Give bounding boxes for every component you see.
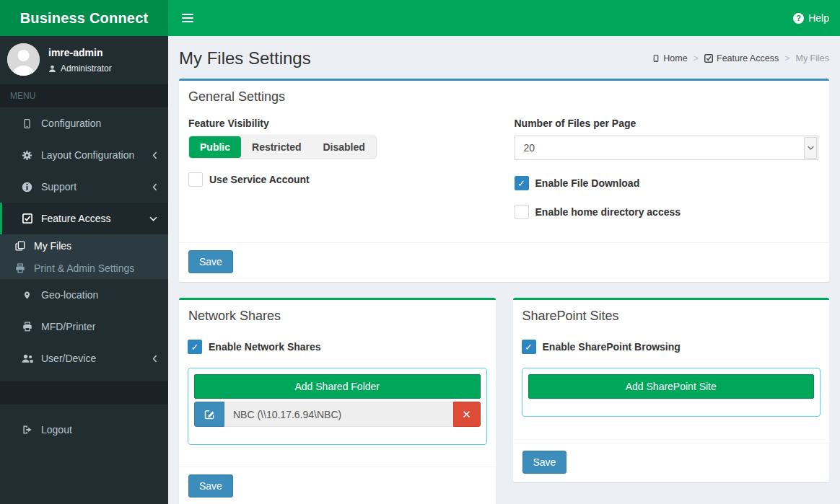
sign-out-icon — [21, 425, 33, 435]
help-label: Help — [808, 12, 829, 24]
sidebar-item-mfd-printer[interactable]: MFD/Printer — [0, 311, 168, 342]
sidebar-item-print-admin-settings[interactable]: Print & Admin Settings — [0, 257, 168, 279]
feature-visibility-label: Feature Visibility — [188, 118, 493, 129]
user-role-label: Administrator — [61, 63, 112, 74]
sharepoint-save-button[interactable]: Save — [522, 451, 567, 474]
breadcrumb-separator: > — [694, 53, 699, 63]
person-icon — [48, 65, 56, 73]
sidebar-item-feature-access[interactable]: Feature Access — [0, 203, 168, 234]
menu-header: MENU — [0, 84, 168, 107]
sharepoint-sites-container: Add SharePoint Site — [522, 368, 821, 417]
pencil-square-icon — [204, 409, 215, 420]
hamburger-icon[interactable] — [179, 9, 196, 27]
feature-access-submenu: My Files Print & Admin Settings — [0, 234, 168, 279]
gear-icon — [21, 150, 33, 161]
visibility-public-button[interactable]: Public — [189, 136, 241, 158]
help-link[interactable]: ? Help — [793, 12, 829, 24]
brand-logo[interactable]: Business Connect — [0, 0, 168, 36]
user-role: Administrator — [48, 63, 112, 74]
add-shared-folder-button[interactable]: Add Shared Folder — [194, 374, 481, 399]
tablet-icon — [21, 118, 33, 129]
sidebar-item-label: My Files — [34, 240, 157, 252]
main-content: My Files Settings Home > Feature Access … — [168, 36, 840, 504]
times-icon: ✕ — [462, 408, 471, 421]
feature-visibility-group: Public Restricted Disabled — [188, 136, 377, 159]
enable-file-download-checkbox[interactable] — [515, 176, 529, 190]
edit-share-button[interactable] — [194, 402, 224, 427]
avatar — [7, 43, 40, 76]
general-settings-title: General Settings — [179, 81, 829, 109]
breadcrumb-feature-access[interactable]: Feature Access — [704, 53, 779, 63]
sidebar-item-user-device[interactable]: User/Device — [0, 342, 168, 374]
sidebar-item-label: Logout — [41, 424, 157, 436]
tablet-icon — [652, 54, 660, 63]
sharepoint-title: SharePoint Sites — [513, 300, 830, 328]
sidebar-item-support[interactable]: Support — [0, 171, 168, 203]
chevron-left-icon — [152, 151, 157, 159]
chevron-left-icon — [152, 355, 157, 363]
use-service-account-label: Use Service Account — [209, 174, 310, 185]
sidebar-item-label: MFD/Printer — [41, 321, 157, 332]
sidebar-divider — [0, 381, 168, 404]
add-sharepoint-site-button[interactable]: Add SharePoint Site — [528, 374, 815, 399]
sidebar-item-configuration[interactable]: Configuration — [0, 107, 168, 139]
breadcrumb-home[interactable]: Home — [652, 53, 687, 63]
sidebar-menu: Configuration Layout Configuration Suppo… — [0, 107, 168, 446]
files-per-page-select[interactable]: 20 — [515, 136, 819, 160]
sidebar-item-label: Geo-location — [41, 289, 157, 301]
check-square-icon — [21, 213, 33, 224]
enable-file-download-label: Enable File Download — [535, 177, 640, 189]
network-shares-body: Enable Network Shares Add Shared Folder … — [179, 328, 496, 467]
sidebar-item-layout-configuration[interactable]: Layout Configuration — [0, 139, 168, 171]
sidebar-item-label: Feature Access — [41, 213, 141, 224]
navbar: ? Help — [168, 0, 840, 36]
chevron-down-icon — [804, 137, 817, 159]
sidebar-item-label: Configuration — [41, 118, 157, 129]
use-service-account-checkbox[interactable] — [188, 172, 203, 187]
enable-home-directory-checkbox[interactable] — [515, 205, 529, 219]
enable-sharepoint-checkbox[interactable] — [522, 340, 536, 354]
sharepoint-body: Enable SharePoint Browsing Add SharePoin… — [513, 328, 830, 443]
content-header: My Files Settings Home > Feature Access … — [168, 36, 840, 79]
sidebar-item-my-files[interactable]: My Files — [0, 234, 168, 257]
shared-folders-container: Add Shared Folder NBC (\\10.17.6.94\NBC)… — [188, 368, 487, 445]
delete-share-button[interactable]: ✕ — [453, 402, 481, 427]
sharepoint-panel: SharePoint Sites Enable SharePoint Brows… — [513, 298, 830, 482]
sidebar: imre-admin Administrator MENU Configurat… — [0, 36, 168, 504]
question-circle-icon: ? — [793, 13, 804, 24]
enable-network-shares-checkbox[interactable] — [188, 340, 202, 354]
shared-folder-row: NBC (\\10.17.6.94\NBC) ✕ — [194, 402, 481, 427]
enable-home-directory-label: Enable home directory access — [535, 206, 681, 218]
files-per-page-value: 20 — [524, 142, 535, 154]
share-name: NBC (\\10.17.6.94\NBC) — [224, 402, 453, 427]
sidebar-item-label: Layout Configuration — [41, 149, 144, 161]
general-settings-footer: Save — [179, 242, 829, 282]
general-save-button[interactable]: Save — [188, 250, 233, 273]
sidebar-item-geo-location[interactable]: Geo-location — [0, 279, 168, 311]
breadcrumb-current: My Files — [795, 53, 829, 63]
info-circle-icon — [21, 182, 33, 193]
breadcrumb-label: Home — [663, 53, 687, 63]
breadcrumb: Home > Feature Access > My Files — [652, 53, 829, 63]
network-shares-save-button[interactable]: Save — [188, 474, 233, 498]
person-icon — [7, 43, 40, 76]
map-marker-icon — [21, 290, 33, 301]
visibility-restricted-button[interactable]: Restricted — [241, 136, 312, 158]
sidebar-item-label: Support — [41, 181, 144, 193]
visibility-disabled-button[interactable]: Disabled — [312, 136, 375, 158]
users-icon — [21, 354, 33, 363]
user-name: imre-admin — [48, 47, 112, 58]
network-shares-title: Network Shares — [179, 300, 496, 328]
enable-network-shares-label: Enable Network Shares — [209, 341, 321, 353]
sidebar-item-logout[interactable]: Logout — [0, 414, 168, 446]
files-per-page-label: Number of Files per Page — [515, 118, 819, 129]
chevron-down-icon — [149, 216, 157, 221]
check-square-icon — [704, 54, 713, 63]
breadcrumb-separator: > — [784, 53, 789, 63]
brand-title: Business Connect — [20, 10, 149, 27]
sharepoint-footer: Save — [513, 443, 830, 482]
chevron-left-icon — [152, 183, 157, 191]
general-settings-panel: General Settings Feature Visibility Publ… — [179, 79, 829, 282]
general-settings-body: Feature Visibility Public Restricted Dis… — [179, 109, 829, 242]
sidebar-item-label: Print & Admin Settings — [34, 262, 157, 274]
